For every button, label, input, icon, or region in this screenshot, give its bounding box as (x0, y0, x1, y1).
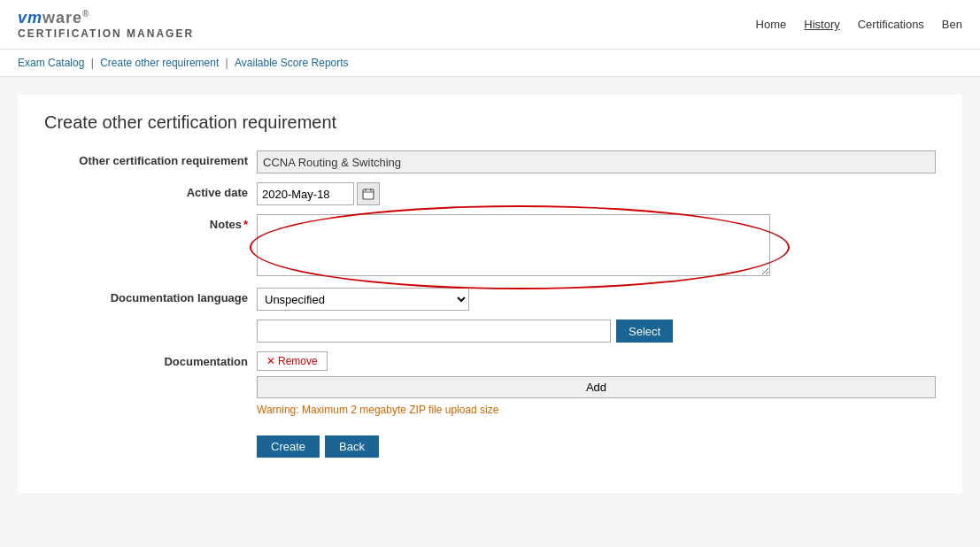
add-button[interactable]: Add (257, 376, 936, 398)
doc-lang-label: Documentation language (44, 288, 257, 304)
active-date-input[interactable] (257, 182, 354, 205)
doc-field-row: Select (257, 320, 936, 343)
notes-required: * (243, 218, 248, 231)
other-cert-field (257, 150, 936, 173)
vmware-logo: vmware® (18, 9, 194, 27)
cert-manager-title: CERTIFICATION MANAGER (18, 27, 194, 40)
back-button[interactable]: Back (325, 435, 379, 458)
header-left: vmware® CERTIFICATION MANAGER (18, 9, 194, 40)
nav-home[interactable]: Home (756, 18, 787, 31)
calendar-icon[interactable] (357, 182, 380, 205)
nav-history[interactable]: History (804, 18, 839, 31)
form-row-actions: Create Back (44, 425, 936, 458)
form-row-other-cert: Other certification requirement (44, 150, 936, 173)
notes-label: Notes* (44, 214, 257, 231)
main-content: Create other certification requirement O… (18, 95, 962, 493)
breadcrumb-available-score[interactable]: Available Score Reports (235, 57, 349, 69)
remove-section: ✕ Remove (257, 351, 936, 371)
active-date-label: Active date (44, 182, 257, 199)
nav-certifications[interactable]: Certifications (858, 18, 924, 31)
warning-text: Warning: Maximum 2 megabyte ZIP file upl… (257, 404, 936, 416)
breadcrumb-exam-catalog[interactable]: Exam Catalog (18, 57, 84, 69)
select-spacer (44, 320, 257, 323)
documentation-field: ✕ Remove Add Warning: Maximum 2 megabyte… (257, 351, 936, 416)
remove-x-icon: ✕ (266, 355, 275, 367)
breadcrumb: Exam Catalog | Create other requirement … (0, 50, 980, 77)
select-field: Select (257, 320, 936, 343)
create-button[interactable]: Create (257, 435, 320, 458)
other-cert-label: Other certification requirement (44, 150, 257, 167)
notes-textarea[interactable] (257, 214, 770, 276)
breadcrumb-sep2: | (226, 57, 231, 69)
notes-wrapper (257, 214, 770, 279)
form-row-active-date: Active date (44, 182, 936, 205)
form-row-documentation: Documentation ✕ Remove Add Warning: Maxi… (44, 351, 936, 416)
vm-text: vm (18, 9, 42, 27)
doc-section: ✕ Remove Add Warning: Maximum 2 megabyte… (257, 351, 936, 416)
actions-field: Create Back (257, 425, 936, 458)
breadcrumb-sep1: | (91, 57, 96, 69)
documentation-label: Documentation (44, 351, 257, 368)
date-row (257, 182, 936, 205)
action-buttons: Create Back (257, 435, 936, 458)
svg-rect-0 (363, 189, 374, 199)
page-title: Create other certification requirement (44, 112, 936, 133)
header-nav: Home History Certifications Ben (756, 18, 962, 31)
other-cert-input[interactable] (257, 150, 936, 173)
form-row-select: Select (44, 320, 936, 343)
doc-text-input[interactable] (257, 320, 611, 343)
remove-button[interactable]: ✕ Remove (257, 351, 328, 371)
actions-spacer (44, 425, 257, 428)
nav-ben[interactable]: Ben (942, 18, 962, 31)
doc-lang-field: Unspecified English French German Spanis… (257, 288, 936, 311)
active-date-field (257, 182, 936, 205)
form-row-doc-lang: Documentation language Unspecified Engli… (44, 288, 936, 311)
breadcrumb-create-other[interactable]: Create other requirement (100, 57, 219, 69)
header: vmware® CERTIFICATION MANAGER Home Histo… (0, 0, 980, 50)
select-button[interactable]: Select (616, 320, 673, 343)
form-row-notes: Notes* (44, 214, 936, 279)
notes-field (257, 214, 936, 279)
doc-lang-select[interactable]: Unspecified English French German Spanis… (257, 288, 469, 311)
